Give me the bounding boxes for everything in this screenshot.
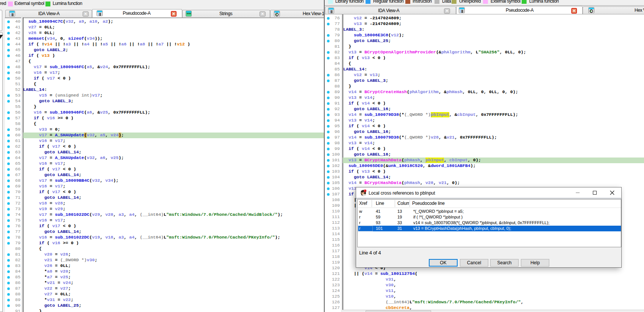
svg-text:”: ” bbox=[189, 12, 191, 17]
